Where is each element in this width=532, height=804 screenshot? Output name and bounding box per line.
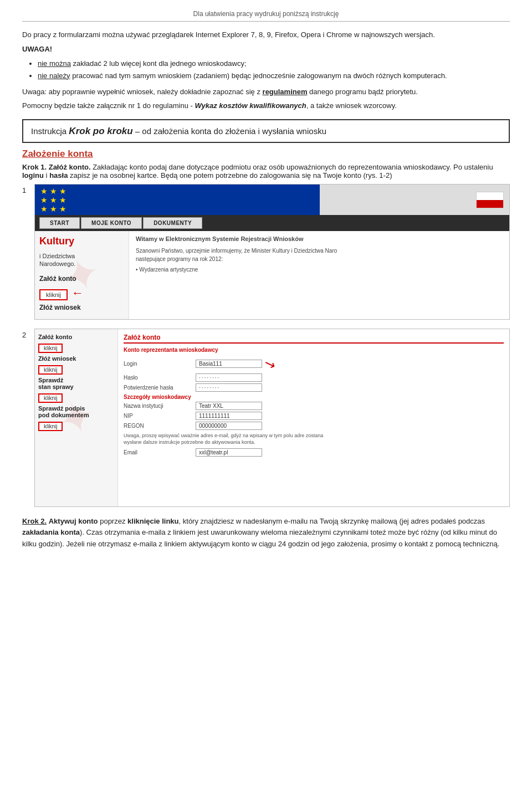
ss2-click-sprawdz-stan[interactable]: kliknij xyxy=(38,393,63,403)
ss2-row-email: Email xxl@teatr.pl xyxy=(124,448,504,457)
ss1-menu-zaloz: Załóż konto xyxy=(39,275,124,283)
ss2-value-potwierdzenie: ········ xyxy=(196,383,262,392)
ss2-click-zaloz[interactable]: kliknij xyxy=(38,344,63,353)
ss2-sidebar: ✦ Załóż konto kliknij Złóż wniosek klikn… xyxy=(35,329,118,506)
ss2-arrow-icon: ↘ xyxy=(262,355,278,373)
ss1-content: Witamy w Elektronicznym Systemie Rejestr… xyxy=(129,231,509,319)
screenshot-1: ★ ★ ★★ ★ ★★ ★ ★ START MOJE KONTO DOKUMEN… xyxy=(34,184,510,319)
ss2-click-sprawdz-podpis[interactable]: kliknij xyxy=(38,422,63,431)
intro-para: Do pracy z formularzami można używać prz… xyxy=(22,29,510,40)
krok2-section: Krok 2. Aktywuj konto poprzez kliknięcie… xyxy=(22,516,510,550)
eu-stars-icon: ★ ★ ★★ ★ ★★ ★ ★ xyxy=(40,187,66,213)
ss1-flag-area xyxy=(69,192,504,208)
nav-btn-dokumenty[interactable]: DOKUMENTY xyxy=(143,217,202,229)
ss2-row-regon: REGON 000000000 xyxy=(124,422,504,430)
ss2-value-regon: 000000000 xyxy=(196,422,262,430)
ss2-value-nazwa: Teatr XXL xyxy=(196,402,262,410)
ss2-form-subtitle: Konto reprezentanta wnioskodawcy xyxy=(124,347,504,353)
ss2-label-login: Login xyxy=(124,361,196,367)
ss2-content: Załóż konto Konto reprezentanta wnioskod… xyxy=(118,329,509,506)
bullet-list: nie można zakładać 2 lub więcej kont dla… xyxy=(38,58,510,82)
krok1-label: Krok 1. Załóż konto. Zakładając konto po… xyxy=(22,163,510,180)
ss1-text: Szanowni Państwo, uprzejmie informujemy,… xyxy=(136,247,503,274)
ss2-menu-zaloz: Załóż konto xyxy=(38,334,114,340)
ss1-sidebar-subtitle: i DziedzictwaNarodowego. xyxy=(39,252,124,268)
figure-1-wrapper: 1 ★ ★ ★★ ★ ★★ ★ ★ START MOJE KONTO DOKUM… xyxy=(22,184,510,319)
ss1-welcome: Witamy w Elektronicznym Systemie Rejestr… xyxy=(136,235,503,242)
ss2-menu-sprawdz-stan: Sprawdźstan sprawy xyxy=(38,377,114,390)
ss2-label-haslo: Hasło xyxy=(124,375,196,381)
bullet-item-2: nie należy pracować nad tym samym wniosk… xyxy=(38,70,510,82)
ss2-label-email: Email xyxy=(124,449,196,455)
figure-2-wrapper: 2 ✦ Załóż konto kliknij Złóż wniosek kli… xyxy=(22,329,510,507)
fig1-number: 1 xyxy=(22,184,31,319)
section-title-box: Instrukcja Krok po kroku – od założenia … xyxy=(22,119,510,144)
uwaga-title: UWAGA! xyxy=(22,45,510,53)
screenshot-2: ✦ Załóż konto kliknij Złóż wniosek klikn… xyxy=(34,329,510,507)
ss2-label-regon: REGON xyxy=(124,423,196,429)
ss2-click-zloz[interactable]: kliknij xyxy=(38,365,63,375)
ss2-label-nazwa: Nazwa instytucji xyxy=(124,403,196,409)
polish-flag xyxy=(476,192,504,208)
ss2-row-potwierdzenie: Potwierdzenie hasła ········ xyxy=(124,383,504,392)
note-para-2: Pomocny będzie także załącznik nr 1 do r… xyxy=(22,100,510,111)
ss2-form-title: Załóż konto xyxy=(124,334,504,344)
ss1-sidebar: ✦ Kultury i DziedzictwaNarodowego. Załóż… xyxy=(35,231,129,319)
ss2-label-potwierdzenie: Potwierdzenie hasła xyxy=(124,385,196,391)
nav-btn-start[interactable]: START xyxy=(39,217,80,229)
ss2-row-nazwa: Nazwa instytucji Teatr XXL xyxy=(124,402,504,410)
ss1-body: ✦ Kultury i DziedzictwaNarodowego. Załóż… xyxy=(35,231,509,319)
ss2-value-email: xxl@teatr.pl xyxy=(196,448,262,457)
ss2-label-szczegoly: Szczegóły wnioskodawcy xyxy=(124,394,196,400)
ss2-value-login: Basia111 xyxy=(196,360,262,368)
bullet-item-1: nie można zakładać 2 lub więcej kont dla… xyxy=(38,58,510,70)
ss2-label-nip: NIP xyxy=(124,413,196,419)
fig2-number: 2 xyxy=(22,329,31,507)
ss1-nav: START MOJE KONTO DOKUMENTY xyxy=(35,215,509,231)
ss2-menu-zloz: Złóż wniosek xyxy=(38,355,114,362)
ss2-row-szczegoly: Szczegóły wnioskodawcy xyxy=(124,394,504,400)
nav-btn-moje-konto[interactable]: MOJE KONTO xyxy=(81,217,142,229)
ss2-value-haslo: ········ xyxy=(196,373,262,382)
ss1-click-zaloz[interactable]: kliknij xyxy=(39,289,68,300)
ss2-value-nip: 1111111111 xyxy=(196,412,262,420)
ss1-sidebar-title: Kultury xyxy=(39,235,124,248)
note-para-1: Uwaga: aby poprawnie wypełnić wniosek, n… xyxy=(22,86,510,98)
ss2-row-login: Login Basia111 ↘ xyxy=(124,356,504,372)
print-header: Dla ułatwienia pracy wydrukuj poniższą i… xyxy=(22,10,510,22)
ss2-row-nip: NIP 1111111111 xyxy=(124,412,504,420)
ss1-banner: ★ ★ ★★ ★ ★★ ★ ★ xyxy=(35,185,509,215)
ss1-arrow-icon: ← xyxy=(71,286,84,300)
ss2-note: Uwaga, proszę wpisywać uważnie adres e-m… xyxy=(124,432,504,446)
ss1-menu-zloz: Złóż wniosek xyxy=(39,304,124,311)
zalozenie-header: Założenie konta xyxy=(22,148,510,160)
ss2-menu-sprawdz-podpis: Sprawdź podpispod dokumentem xyxy=(38,405,114,418)
ss2-row-haslo: Hasło ········ xyxy=(124,373,504,382)
